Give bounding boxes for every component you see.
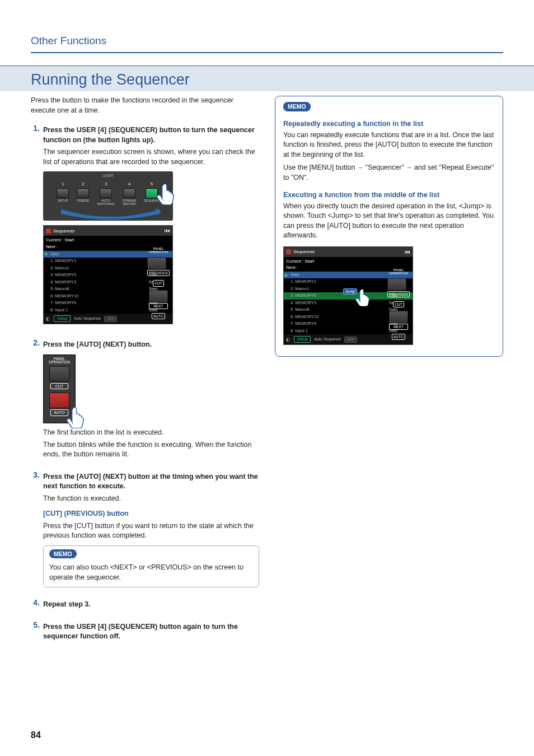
cut-slot xyxy=(49,366,69,382)
sequencer-screenshot-1: Sequencer⏮ Current : StartNext : ▶ Start… xyxy=(43,225,173,324)
previous-button xyxy=(387,278,406,291)
user-label: USER xyxy=(102,173,113,179)
setup-button: Setup xyxy=(54,315,71,322)
memo-box: MEMO You can also touch <NEXT> or <PREVI… xyxy=(43,545,259,588)
user-key-2: 2FREEZE xyxy=(77,181,89,206)
cut-previous-heading: [CUT] (PREVIOUS) button xyxy=(43,509,259,519)
repeat-p1: You can repeatedly execute functions tha… xyxy=(283,130,495,160)
memo-badge: MEMO xyxy=(283,102,311,111)
sequencer-icon xyxy=(286,249,291,254)
user-panel-graphic: USER 1SETUP 2FREEZE 3AUTO SWITCHING 4STR… xyxy=(43,171,173,221)
page-heading: Running the Sequencer xyxy=(31,69,534,91)
repeat-p2: Use the [MENU] button → "Sequencer" → an… xyxy=(283,163,495,183)
cut-button: CUT xyxy=(393,301,404,307)
previous-button xyxy=(147,257,166,269)
step3-p1: The function is executed. xyxy=(43,494,259,504)
cut-button: CUT xyxy=(153,280,163,286)
step-number: 5. xyxy=(31,620,43,642)
middle-heading: Executing a function from the middle of … xyxy=(283,190,495,200)
user-key-5: 5SEQUENC xyxy=(144,181,159,206)
step-number: 3. xyxy=(31,470,43,588)
memo-text: You can also touch <NEXT> or <PREVIOUS> … xyxy=(49,563,253,582)
setup-button: Setup xyxy=(294,336,311,343)
middle-p: When you directly touch the desired oper… xyxy=(283,202,495,241)
auto-sequence-toggle: OFF xyxy=(344,337,357,343)
hand-cursor-icon xyxy=(64,405,87,428)
step-number: 1. xyxy=(31,123,43,328)
sequencer-screenshot-2: Sequencer⏮ Current : StartNext : ▶ Start… xyxy=(283,246,413,346)
step5-title: Press the USER [4] (SEQUENCER) button ag… xyxy=(43,622,259,642)
jump-button: Jump xyxy=(343,288,357,295)
user-key-3: 3AUTO SWITCHING xyxy=(97,181,114,206)
step2-title: Press the [AUTO] (NEXT) button. xyxy=(43,340,259,350)
next-button xyxy=(149,290,168,302)
step1-desc: The sequencer execution screen is shown,… xyxy=(43,147,259,167)
auto-sequence-label: Auto Sequence xyxy=(314,337,341,342)
play-indicator-icon: ▶ xyxy=(285,272,289,279)
sequencer-icon xyxy=(46,228,51,234)
user-key-1: 1SETUP xyxy=(57,181,69,206)
auto-slot xyxy=(49,393,69,408)
repeat-heading: Repeatedly executing a function in the l… xyxy=(283,119,495,129)
step2-p1: The first function in the list is execut… xyxy=(43,428,259,438)
step1-title: Press the USER [4] (SEQUENCER) button to… xyxy=(43,125,259,145)
right-memo-panel: MEMO Repeatedly executing a function in … xyxy=(275,96,503,357)
auto-sequence-label: Auto Sequence xyxy=(74,316,101,321)
user-key-4: 4STREAM/ RECORD xyxy=(123,181,136,206)
arrow-icon: → xyxy=(406,164,412,171)
play-indicator-icon: ▶ xyxy=(45,250,49,258)
arrow-swoosh-icon xyxy=(60,208,161,222)
section-title: Other Functions xyxy=(31,34,503,53)
auto-cut-panel: PANEL OPERATION CUT AUTO xyxy=(43,354,76,424)
step4-title: Repeat step 3. xyxy=(43,600,259,610)
step-number: 2. xyxy=(31,338,43,460)
memo-badge: MEMO xyxy=(49,549,77,559)
auto-button: AUTO xyxy=(152,313,165,319)
intro-text: Press the button to make the functions r… xyxy=(31,96,259,115)
next-button xyxy=(389,311,408,323)
step-number: 4. xyxy=(31,598,43,610)
step3-title: Press the [AUTO] (NEXT) button at the ti… xyxy=(43,472,259,492)
cut-previous-desc: Press the [CUT] button if you want to re… xyxy=(43,521,259,541)
page-number: 84 xyxy=(31,729,41,741)
arrow-icon: → xyxy=(357,164,363,171)
auto-sequence-toggle: OFF xyxy=(104,316,117,322)
auto-button: AUTO xyxy=(392,334,405,340)
step2-p2: The button blinks while the function is … xyxy=(43,440,259,460)
